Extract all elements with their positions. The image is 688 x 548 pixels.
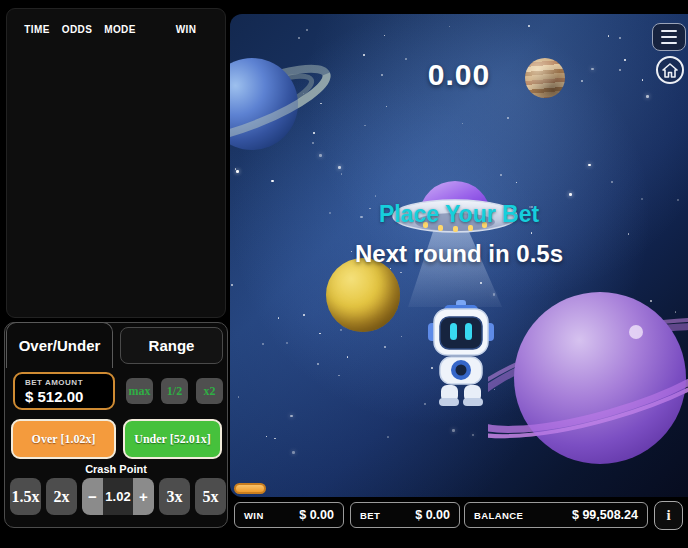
multiplier-score: 0.00 xyxy=(230,58,688,92)
star-dot xyxy=(306,29,308,31)
star-dot xyxy=(401,336,402,337)
tab-over-under-label: Over/Under xyxy=(19,337,101,354)
star-dot xyxy=(531,232,533,234)
star-dot xyxy=(452,429,455,432)
star-dot xyxy=(317,363,318,364)
history-col-mode: MODE xyxy=(104,24,136,35)
star-dot xyxy=(449,26,450,27)
stepper-plus-button[interactable]: + xyxy=(133,478,154,515)
robot-mascot xyxy=(426,298,496,410)
info-icon: i xyxy=(666,507,670,524)
win-stat-box: WIN $ 0.00 xyxy=(234,502,344,528)
star-dot xyxy=(569,193,572,196)
hamburger-icon xyxy=(661,30,677,32)
star-dot xyxy=(641,198,643,200)
star-dot xyxy=(347,356,348,357)
balance-stat-box: BALANCE $ 99,508.24 xyxy=(464,502,648,528)
star-dot xyxy=(608,35,609,36)
history-panel: TIME ODDS MODE WIN xyxy=(6,8,226,318)
star-dot xyxy=(400,272,401,273)
home-button[interactable] xyxy=(656,56,684,84)
bet-amount-label: BET AMOUNT xyxy=(25,378,113,387)
home-icon xyxy=(662,63,678,78)
star-dot xyxy=(290,415,293,418)
star-dot xyxy=(462,123,464,125)
star-dot xyxy=(231,284,233,286)
star-dot xyxy=(238,396,240,398)
history-col-time: TIME xyxy=(24,24,50,35)
bet-label: BET xyxy=(360,510,380,521)
star-dot xyxy=(507,117,509,119)
star-dot xyxy=(384,346,386,348)
star-dot xyxy=(271,180,273,182)
hamburger-icon xyxy=(661,42,677,44)
star-dot xyxy=(286,342,288,344)
star-dot xyxy=(236,170,239,173)
star-dot xyxy=(338,166,341,169)
star-dot xyxy=(387,436,389,438)
star-dot xyxy=(298,37,300,39)
star-dot xyxy=(340,329,342,331)
yellow-planet xyxy=(326,258,400,332)
over-button[interactable]: Over [1.02x] xyxy=(11,419,116,459)
history-col-odds: ODDS xyxy=(62,24,93,35)
bet-value: $ 0.00 xyxy=(415,508,450,522)
star-dot xyxy=(303,314,305,316)
star-dot xyxy=(319,333,321,335)
history-col-win: WIN xyxy=(176,24,197,35)
star-dot xyxy=(611,181,613,183)
star-dot xyxy=(338,375,340,377)
preset-5x-button[interactable]: 5x xyxy=(195,478,226,515)
bet-panel: Over/Under Range BET AMOUNT $ 512.00 max… xyxy=(4,322,228,528)
menu-button[interactable] xyxy=(652,23,686,51)
stepper-minus-button[interactable]: − xyxy=(82,478,103,515)
star-dot xyxy=(341,173,342,174)
bet-amount-value: $ 512.00 xyxy=(25,388,113,405)
star-dot xyxy=(646,95,649,98)
star-dot xyxy=(628,233,629,234)
crash-point-stepper: − 1.02 + xyxy=(82,478,154,515)
crash-point-label: Crash Point xyxy=(5,463,227,475)
status-text: Place Your Bet xyxy=(230,201,688,228)
history-header: TIME ODDS MODE WIN xyxy=(7,9,225,35)
preset-3x-button[interactable]: 3x xyxy=(159,478,190,515)
balance-label: BALANCE xyxy=(474,510,523,521)
star-dot xyxy=(386,106,387,107)
star-dot xyxy=(588,164,591,167)
quick-buttons-row: max 1/2 x2 xyxy=(126,378,223,404)
star-dot xyxy=(528,25,530,27)
double-bet-button[interactable]: x2 xyxy=(196,378,223,404)
under-button[interactable]: Under [52.01x] xyxy=(123,419,222,459)
balance-value: $ 99,508.24 xyxy=(572,508,638,522)
star-dot xyxy=(364,125,365,126)
star-dot xyxy=(375,195,376,196)
star-dot xyxy=(363,54,365,56)
star-dot xyxy=(266,436,267,437)
tab-range[interactable]: Range xyxy=(120,327,223,364)
crash-game-app: TIME ODDS MODE WIN Over/Under Range BET … xyxy=(0,0,688,548)
bet-amount-input[interactable]: BET AMOUNT $ 512.00 xyxy=(13,372,115,410)
game-scene: 0.00 Place Your Bet Next round in 0.5s xyxy=(230,14,688,497)
multiplier-row: 1.5x 2x − 1.02 + 3x 5x xyxy=(10,478,226,515)
max-bet-button[interactable]: max xyxy=(126,378,153,404)
crash-point-value: 1.02 xyxy=(103,478,133,515)
tab-over-under[interactable]: Over/Under xyxy=(6,322,113,368)
countdown-text: Next round in 0.5s xyxy=(230,240,688,268)
info-button[interactable]: i xyxy=(654,501,683,530)
tab-range-label: Range xyxy=(149,337,195,354)
half-bet-button[interactable]: 1/2 xyxy=(161,378,188,404)
purple-saturn-planet xyxy=(488,284,688,494)
star-dot xyxy=(274,438,275,439)
star-dot xyxy=(619,37,621,39)
star-dot xyxy=(472,434,475,437)
hamburger-icon xyxy=(661,36,677,38)
star-dot xyxy=(292,451,295,454)
preset-1.5x-button[interactable]: 1.5x xyxy=(10,478,41,515)
bet-stat-box: BET $ 0.00 xyxy=(350,502,460,528)
round-progress-bar xyxy=(234,483,266,494)
preset-2x-button[interactable]: 2x xyxy=(46,478,77,515)
star-dot xyxy=(278,317,280,319)
star-dot xyxy=(262,343,264,345)
win-label: WIN xyxy=(244,510,264,521)
star-dot xyxy=(384,35,385,36)
